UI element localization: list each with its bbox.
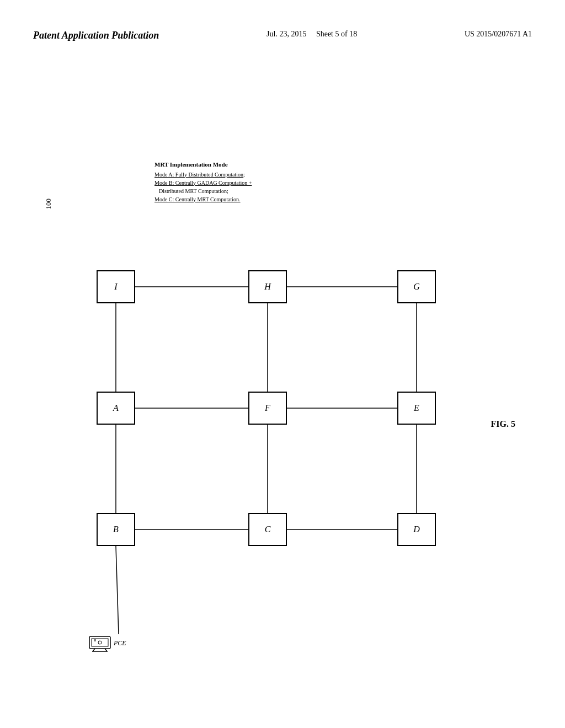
node-I: I [97,270,135,303]
patent-number: US 2015/0207671 A1 [465,30,532,39]
node-E-label: E [414,403,419,413]
sheet-info: Sheet 5 of 18 [316,30,357,38]
legend-mode-c: Mode C: Centrally MRT Computation. [154,195,252,204]
legend-box: MRT Implementation Mode Mode A: Fully Di… [154,160,252,204]
svg-line-12 [116,546,119,634]
node-H: H [248,270,287,303]
pce-icon [88,634,111,652]
svg-rect-13 [89,636,110,649]
node-A: A [97,392,135,425]
header-center: Jul. 23, 2015 Sheet 5 of 18 [266,30,357,39]
pce-device: PCE [88,634,126,652]
reference-number: 100 [44,199,53,210]
node-G: G [397,270,436,303]
node-D-label: D [413,524,420,534]
legend-mode-b2: Distributed MRT Computation; [154,187,252,195]
legend-mode-b: Mode B: Centrally GADAG Computation + [154,179,252,187]
legend-mode-a: Mode A: Fully Distributed Computation; [154,170,252,179]
node-I-label: I [114,282,117,292]
node-D: D [397,513,436,546]
publication-title: Patent Application Publication [33,30,159,41]
node-B: B [97,513,135,546]
node-F: F [248,392,287,425]
node-H-label: H [264,282,271,292]
diagram-container: 100 MRT Implementation Mode Mode A: Full… [33,88,532,695]
svg-point-18 [98,641,102,644]
publication-date: Jul. 23, 2015 [266,30,306,38]
node-C-label: C [265,524,271,534]
node-F-label: F [265,403,270,413]
legend-title: MRT Implementation Mode [154,160,252,169]
figure-label: FIG. 5 [491,419,515,429]
node-E: E [397,392,436,425]
node-C: C [248,513,287,546]
node-B-label: B [113,524,119,534]
pce-label: PCE [114,639,126,647]
page-header: Patent Application Publication Jul. 23, … [0,30,565,41]
node-G-label: G [413,282,420,292]
node-A-label: A [113,403,119,413]
